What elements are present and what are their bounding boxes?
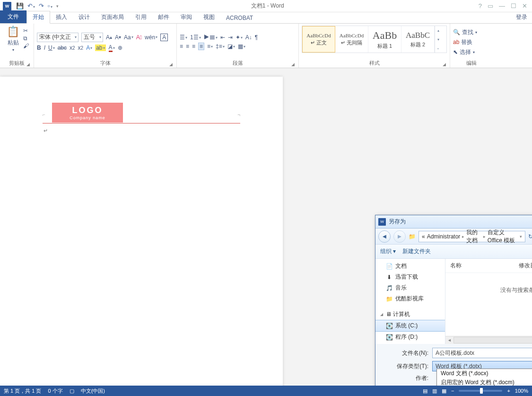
folder-tree[interactable]: 📄文档⬇迅雷下载🎵音乐📁优酷影视库🖥 计算机💽系统 (C:)💽程序 (D:) [375,259,445,344]
justify-icon[interactable]: ≡ [198,43,204,50]
numbering-icon[interactable]: 1☰ [190,34,201,41]
borders-icon[interactable]: ▦ [238,43,245,50]
style-item[interactable]: AaBbCcDd↵ 正文 [302,26,335,53]
font-name-select[interactable]: 宋体 (中文正 [37,33,78,42]
ribbon-options-icon[interactable]: ▭ [488,2,493,9]
bold-icon[interactable]: B [37,44,41,51]
new-icon[interactable]: ▫ [48,2,52,9]
forward-button[interactable]: ► [393,230,406,243]
tree-drive[interactable]: 💽系统 (C:) [375,320,445,332]
change-case-icon[interactable]: Aa [124,34,133,41]
copy-icon[interactable]: ⧉ [23,35,29,42]
tab-mailings[interactable]: 邮件 [152,11,175,23]
savetype-dropdown[interactable]: Word 文档 (*.docx)启用宏的 Word 文档 (*.docm)Wor… [436,369,532,386]
tab-view[interactable]: 视图 [198,11,220,23]
line-spacing-icon[interactable]: ‡≡ [216,43,225,50]
maximize-icon[interactable]: ☐ [511,2,516,9]
tree-item[interactable]: 📁优酷影视库 [375,293,445,304]
font-launcher[interactable]: ◢ [169,62,173,67]
superscript-icon[interactable]: x2 [78,44,84,51]
tab-review[interactable]: 审阅 [175,11,198,23]
phonetic-icon[interactable]: wén [145,34,157,41]
format-option[interactable]: 启用宏的 Word 文档 (*.docm) [437,378,532,386]
gallery-more-icon[interactable]: ⌄ [435,44,441,53]
close-icon[interactable]: ✕ [522,2,527,9]
distribute-icon[interactable]: ≡ [207,43,213,50]
list-header[interactable]: 名称 修改日期 类型 大小 [445,259,532,273]
zoom-in-icon[interactable]: + [507,388,510,394]
back-button[interactable]: ◄ [378,230,391,243]
organize-button[interactable]: 组织 ▾ [380,247,396,255]
tab-home[interactable]: 开始 [26,11,50,24]
tab-layout[interactable]: 页面布局 [96,11,130,23]
align-right-icon[interactable]: ≡ [192,43,195,50]
tab-references[interactable]: 引用 [130,11,152,23]
language[interactable]: 中文(中国) [81,387,105,395]
bullets-icon[interactable]: ☰ [180,34,187,41]
style-item[interactable]: AaBb标题 1 [368,26,401,53]
dialog-titlebar[interactable]: W 另存为 ✕ [375,215,532,229]
shrink-font-icon[interactable]: A▾ [115,34,121,41]
save-icon[interactable]: 💾 [16,2,24,9]
tab-file[interactable]: 文件 [0,10,26,23]
clear-format-icon[interactable]: A⃠ [136,34,142,41]
tab-acrobat[interactable]: ACROBAT [220,13,259,23]
new-folder-button[interactable]: 新建文件夹 [402,247,431,255]
select-button[interactable]: ⬉选择▾ [453,48,490,56]
format-option[interactable]: Word 文档 (*.docx) [437,369,532,378]
redo-icon[interactable]: ↷ [39,2,44,9]
breadcrumb[interactable]: « Administrator▸ 我的文档▸ 自定义 Office 模板 ▾ [419,231,525,242]
indent-dec-icon[interactable]: ⇤ [220,34,225,41]
font-size-select[interactable]: 五号 [81,33,103,42]
minimize-icon[interactable]: — [499,2,505,9]
asian-layout-icon[interactable]: ✦ [235,34,243,41]
gallery-down-icon[interactable]: ▾ [435,35,441,44]
hscrollbar[interactable]: ◄► [445,336,532,344]
tree-item[interactable]: 🎵音乐 [375,282,445,293]
multilevel-icon[interactable]: ⯈☰ [204,34,218,41]
style-item[interactable]: AaBbCcDd↵ 无间隔 [335,26,368,53]
zoom-out-icon[interactable]: − [451,388,454,394]
qat-more-icon[interactable]: ▾ [56,4,59,9]
page[interactable]: LOGO Company name ⌐ ¬ ↵ [0,77,283,386]
gallery-up-icon[interactable]: ▴ [435,26,441,35]
enclose-icon[interactable]: ⊕ [118,44,122,51]
paste-button[interactable]: 📋 粘贴 ▾ [5,26,21,59]
tree-item[interactable]: 📄文档 [375,261,445,272]
format-painter-icon[interactable]: 🖌 [23,43,29,49]
undo-icon[interactable]: ↶ [27,2,35,9]
align-center-icon[interactable]: ≡ [186,43,189,50]
tab-insert[interactable]: 插入 [50,11,73,23]
replace-button[interactable]: ab替换 [453,38,490,46]
up-icon[interactable]: 📁 [409,233,416,240]
subscript-icon[interactable]: x2 [70,44,75,51]
word-count[interactable]: 0 个字 [48,387,62,395]
font-color-icon[interactable]: A [109,44,115,52]
tree-computer[interactable]: 🖥 计算机 [375,309,445,320]
help-icon[interactable]: ? [479,2,482,9]
shading-icon[interactable]: ◪ [227,43,235,50]
print-layout-icon[interactable]: ▥ [432,388,437,394]
italic-icon[interactable]: I [44,44,45,51]
underline-icon[interactable]: U [48,44,55,51]
spellcheck-icon[interactable]: ▢ [70,388,74,394]
strike-icon[interactable]: abc [58,44,67,51]
style-gallery[interactable]: AaBbCcDd↵ 正文AaBbCcDd↵ 无间隔AaBb标题 1AaBbC标题… [302,26,447,53]
login-link[interactable]: 登录 [511,11,532,23]
zoom-slider[interactable] [459,390,502,392]
read-mode-icon[interactable]: ▤ [423,388,427,394]
zoom-value[interactable]: 100% [515,388,528,394]
clipboard-launcher[interactable]: ◢ [26,62,30,67]
char-border-icon[interactable]: A [160,34,168,41]
text-effects-icon[interactable]: A [86,44,92,51]
filename-input[interactable]: A公司模板.dotx [432,348,532,358]
page-count[interactable]: 第 1 页，共 1 页 [4,387,41,395]
show-marks-icon[interactable]: ¶ [255,34,258,41]
indent-inc-icon[interactable]: ⇥ [228,34,233,41]
grow-font-icon[interactable]: A▴ [106,34,112,41]
tree-item[interactable]: ⬇迅雷下载 [375,272,445,282]
style-item[interactable]: AaBbC标题 2 [401,26,435,53]
tab-design[interactable]: 设计 [73,11,96,23]
align-left-icon[interactable]: ≡ [180,43,183,50]
web-layout-icon[interactable]: ▦ [442,388,446,394]
